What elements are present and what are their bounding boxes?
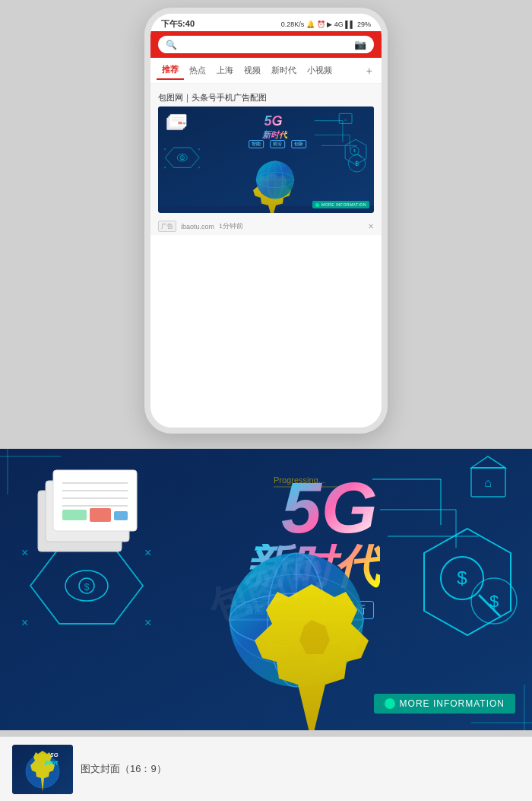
- tagline-smart: 智能: [249, 140, 264, 148]
- nav-tab-video[interactable]: 视频: [239, 62, 266, 79]
- svg-rect-24: [178, 122, 182, 124]
- more-info-dot: [315, 203, 319, 207]
- nav-tab-shanghai[interactable]: 上海: [211, 62, 239, 79]
- nav-tab-recommend[interactable]: 推荐: [157, 61, 184, 80]
- preview-label: 图文封面（16：9）: [81, 762, 166, 776]
- fiveg-title-phone: 5G: [264, 114, 283, 128]
- page-background: 下午5:40 0.28K/s 🔔 ⏰ ▶ 4G ▌▌ 29% 🔍 📷 推荐 热点: [0, 0, 532, 801]
- camera-icon[interactable]: 📷: [354, 39, 366, 50]
- nav-plus-icon[interactable]: +: [363, 65, 375, 77]
- svg-rect-20: [170, 114, 187, 126]
- more-info-badge: MORE INFORMATION: [312, 201, 369, 208]
- svg-rect-25: [183, 122, 185, 124]
- svg-marker-44: [471, 456, 505, 468]
- svg-text:×: ×: [163, 147, 166, 151]
- search-input-wrap[interactable]: 🔍 📷: [158, 36, 374, 53]
- svg-text:×: ×: [198, 147, 200, 151]
- svg-text:×: ×: [144, 616, 151, 629]
- svg-text:$: $: [181, 157, 183, 161]
- svg-text:×: ×: [21, 616, 28, 629]
- large-more-info-dot: [385, 698, 395, 709]
- svg-point-50: [79, 578, 94, 593]
- tagline-frontier: 前沿: [270, 140, 285, 148]
- ad-close-icon[interactable]: ✕: [368, 222, 374, 230]
- network-speed: 0.28K/s: [281, 21, 305, 28]
- svg-text:×: ×: [163, 165, 166, 170]
- nav-tab-newera[interactable]: 新时代: [266, 62, 302, 79]
- ad-footer: 广告 ibaotu.com 1分钟前 ✕: [150, 218, 382, 235]
- globe-icon: [252, 159, 298, 201]
- tagline-innovate: 创新: [291, 140, 306, 148]
- nav-tabs: 推荐 热点 上海 视频 新时代 小视频 +: [150, 58, 382, 84]
- svg-marker-10: [165, 148, 199, 167]
- large-banner-content: ⌂ $ $ × × × × Prog: [0, 449, 532, 730]
- tagline-row-phone: 智能 前沿 创新: [249, 140, 306, 148]
- svg-rect-43: [471, 468, 505, 497]
- svg-text:$: $: [84, 582, 90, 593]
- large-fiveg-title: 5G: [281, 472, 378, 544]
- ad-title-area: 包图网｜头条号手机广告配图: [150, 84, 382, 106]
- large-banner: ⌂ $ $ × × × × Prog: [0, 449, 532, 730]
- ad-source: ibaotu.com: [181, 223, 214, 230]
- svg-rect-70: [114, 511, 128, 520]
- svg-point-11: [177, 154, 187, 161]
- battery-level: 29%: [357, 21, 371, 28]
- nav-tab-hot[interactable]: 热点: [184, 62, 211, 79]
- svg-marker-80: [424, 529, 511, 635]
- svg-marker-33: [345, 139, 366, 164]
- large-doc-stack: [23, 464, 148, 571]
- phone-mockup: 下午5:40 0.28K/s 🔔 ⏰ ▶ 4G ▌▌ 29% 🔍 📷 推荐 热点: [144, 8, 388, 434]
- svg-line-35: [358, 154, 362, 157]
- svg-point-49: [65, 571, 108, 601]
- svg-line-82: [479, 595, 500, 616]
- doc-stack-icon: [163, 113, 189, 135]
- preview-thumb: 5G 新时代: [12, 745, 73, 794]
- status-time: 下午5:40: [161, 18, 195, 30]
- search-icon: 🔍: [166, 40, 177, 50]
- svg-text:⌂: ⌂: [344, 117, 347, 122]
- search-bar-container: 🔍 📷: [150, 31, 382, 58]
- svg-text:×: ×: [198, 165, 200, 170]
- ad-image: ⌂ $ $ × ×: [158, 106, 374, 213]
- status-bar: 下午5:40 0.28K/s 🔔 ⏰ ▶ 4G ▌▌ 29%: [150, 14, 382, 31]
- subtitle-phone: 新时代: [262, 129, 287, 141]
- svg-rect-71: [62, 510, 87, 520]
- svg-point-12: [180, 155, 185, 160]
- ad-title: 包图网｜头条号手机广告配图: [158, 93, 267, 102]
- nav-tab-shortv[interactable]: 小视频: [302, 62, 337, 79]
- status-right: 0.28K/s 🔔 ⏰ ▶ 4G ▌▌ 29%: [281, 21, 371, 28]
- preview-svg: 5G 新时代: [12, 745, 73, 794]
- status-icons: 🔔 ⏰ ▶ 4G ▌▌: [306, 21, 355, 28]
- svg-text:新时代: 新时代: [43, 760, 59, 765]
- svg-rect-69: [90, 508, 111, 522]
- ad-time: 1分钟前: [219, 221, 243, 231]
- ad-card[interactable]: ⌂ $ $ × ×: [150, 106, 382, 218]
- svg-text:⌂: ⌂: [484, 476, 492, 489]
- more-info-text: MORE INFORMATION: [321, 202, 366, 207]
- svg-text:$: $: [353, 148, 356, 153]
- bottom-preview: 5G 新时代 图文封面（16：9）: [0, 736, 532, 801]
- large-more-info-badge: MORE INFORMATION: [374, 694, 515, 714]
- svg-text:$: $: [457, 567, 467, 588]
- hex-right-icon: $: [344, 138, 368, 166]
- svg-marker-78: [255, 584, 369, 730]
- svg-text:5G: 5G: [50, 752, 59, 758]
- svg-rect-6: [339, 113, 352, 123]
- large-hex-right: $: [418, 525, 517, 639]
- large-more-info-text: MORE INFORMATION: [400, 698, 505, 709]
- ad-label: 广告: [158, 221, 176, 232]
